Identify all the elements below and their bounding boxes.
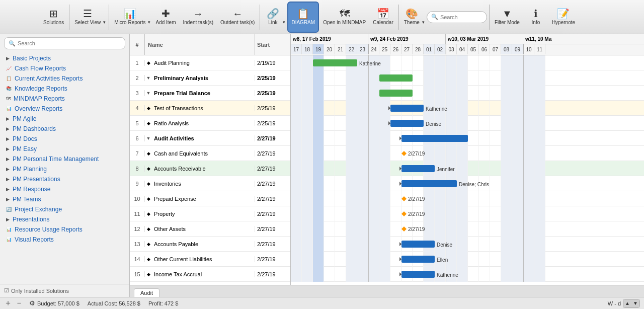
sidebar-item-label: PM Presentations <box>13 176 60 183</box>
svg-text:Ellen: Ellen <box>437 257 448 263</box>
calendar-button[interactable]: 📅 Calendar <box>370 2 396 33</box>
budget-value: Budget: 57,000 $ <box>37 300 79 306</box>
view-stepper[interactable]: ▲ ▼ <box>623 299 640 308</box>
sidebar-item-pm-presentations[interactable]: ▶ PM Presentations <box>0 174 129 184</box>
sidebar-item-pm-agile[interactable]: ▶ PM Agile <box>0 114 129 124</box>
sidebar-item-label: MINDMAP Reports <box>14 95 65 102</box>
day-05: 05 <box>468 44 479 54</box>
sidebar-item-label: Cash Flow Reports <box>15 65 66 72</box>
link-button[interactable]: 🔗 Link <box>262 2 286 33</box>
cell-name[interactable]: Income Tax Accrual <box>152 271 255 277</box>
sidebar-item-resource-usage[interactable]: 📊 Resource Usage Reports <box>0 224 129 235</box>
cell-start: 2/25/19 <box>255 105 290 111</box>
cell-name[interactable]: Audit Planning <box>152 60 255 66</box>
sidebar-item-basic-projects[interactable]: ▶ Basic Projects <box>0 53 129 63</box>
cell-num: 5 <box>130 120 145 126</box>
open-mindmap-button[interactable]: 🗺 Open in MINDMAP <box>320 2 369 33</box>
col-start-header: Start <box>255 34 290 55</box>
expand-cell: ◆ <box>145 226 152 231</box>
search-bar[interactable]: 🔍 <box>427 11 487 23</box>
sidebar-item-label: Basic Projects <box>13 55 51 62</box>
cell-name[interactable]: Prepare Trial Balance <box>152 90 255 96</box>
sidebar-item-pm-docs[interactable]: ▶ PM Docs <box>0 134 129 144</box>
cell-name[interactable]: Inventories <box>152 181 255 187</box>
sidebar-item-cash-flow[interactable]: 📈 Cash Flow Reports <box>0 63 129 73</box>
week-label-4: w11, 10 Ma <box>523 34 644 44</box>
cell-start: 2/27/19 <box>255 135 290 141</box>
remove-button[interactable]: － <box>15 298 23 308</box>
solutions-icon: ⊞ <box>49 9 58 19</box>
gantt-chart: KatherineKatherineDenise2/27/19JenniferD… <box>291 55 644 285</box>
sidebar-item-overview-reports[interactable]: 📊 Overview Reports <box>0 104 129 114</box>
sidebar-search-input[interactable] <box>18 40 121 46</box>
info-button[interactable]: ℹ Info <box>524 2 548 33</box>
sidebar-item-visual-reports[interactable]: 📊 Visual Reports <box>0 235 129 245</box>
cell-name[interactable]: Test of Transactions <box>152 105 255 111</box>
outdent-tasks-button[interactable]: ← Outdent task(s) <box>217 2 258 33</box>
diagram-button[interactable]: 📋 DIAGRAM <box>287 2 319 33</box>
sidebar-item-pm-easy[interactable]: ▶ PM Easy <box>0 144 129 154</box>
add-item-button[interactable]: ✚ Add Item <box>152 2 179 33</box>
cell-name[interactable]: Audit Activities <box>152 135 255 141</box>
sidebar-item-presentations[interactable]: ▶ Presentations <box>0 214 129 224</box>
expand-cell: ◆ <box>145 257 152 262</box>
solutions-button[interactable]: ⊞ Solutions <box>40 2 67 33</box>
svg-text:Jennifer: Jennifer <box>437 167 455 172</box>
sidebar-footer[interactable]: ☑ Only Installed Solutions <box>0 284 129 297</box>
cell-name[interactable]: Ratio Analysis <box>152 120 255 126</box>
tab-audit[interactable]: Audit <box>134 288 159 297</box>
cell-name[interactable]: Accounts Receivable <box>152 166 255 172</box>
status-right: W - d ▲ ▼ <box>608 299 640 308</box>
cell-name[interactable]: Preliminary Analysis <box>152 75 255 81</box>
table-row: 14 ◆ Other Current Liabilities 2/27/19 <box>130 252 290 267</box>
add-button[interactable]: ＋ <box>4 298 12 308</box>
indent-tasks-label: Indent task(s) <box>183 20 214 25</box>
day-27: 27 <box>401 44 413 54</box>
theme-button[interactable]: 🎨 Theme <box>401 2 426 33</box>
week-label-2: w9, 24 Feb 2019 <box>368 34 446 44</box>
sidebar-item-pm-dashboards[interactable]: ▶ PM Dashboards <box>0 124 129 134</box>
expand-cell: ◆ <box>145 106 152 111</box>
sidebar-item-pm-planning[interactable]: ▶ PM Planning <box>0 164 129 174</box>
cell-name[interactable]: Other Current Liabilities <box>152 256 255 262</box>
day-06: 06 <box>479 44 490 54</box>
cell-name[interactable]: Accounts Payable <box>152 241 255 247</box>
cell-name[interactable]: Prepaid Expense <box>152 196 255 202</box>
cell-num: 12 <box>130 226 145 232</box>
svg-rect-2 <box>379 74 413 82</box>
sidebar-item-mindmap-reports[interactable]: 🗺 MINDMAP Reports <box>0 94 129 104</box>
cell-name[interactable]: Other Assets <box>152 226 255 232</box>
arrow-icon-9: ▶ <box>6 187 10 192</box>
sidebar-item-project-exchange[interactable]: 🔄 Project Exchange <box>0 204 129 214</box>
hypernote-button[interactable]: 📝 Hypernote <box>549 2 578 33</box>
search-input[interactable] <box>440 14 486 20</box>
micro-reports-button[interactable]: 📊 Micro Reports <box>111 2 151 33</box>
day-22: 22 <box>346 44 357 54</box>
svg-rect-27 <box>401 241 435 248</box>
cell-name[interactable]: Cash and Equivalents <box>152 150 255 157</box>
day-01: 01 <box>424 44 435 54</box>
select-view-button[interactable]: ☰ Select View <box>71 2 107 33</box>
arrow-icon-8: ▶ <box>6 177 10 182</box>
filter-mode-button[interactable]: ▼ Filter Mode <box>492 2 523 33</box>
sidebar-item-pm-personal[interactable]: ▶ PM Personal Time Management <box>0 154 129 164</box>
cell-start: 2/27/19 <box>255 241 290 247</box>
add-item-label: Add Item <box>155 20 176 25</box>
sidebar-item-current-activities[interactable]: 📋 Current Activities Reports <box>0 73 129 84</box>
cell-name[interactable]: Property <box>152 211 255 217</box>
arrow-icon-4: ▶ <box>6 136 10 141</box>
sidebar-item-knowledge-reports[interactable]: 📚 Knowledge Reports <box>0 84 129 94</box>
svg-text:2/27/19: 2/27/19 <box>408 226 425 232</box>
chart-icon: 📈 <box>6 66 12 71</box>
expand-cell: ◆ <box>145 60 152 65</box>
status-left: ＋ － ⚙ Budget: 57,000 $ <box>4 298 79 308</box>
sidebar-search[interactable]: 🔍 <box>4 37 125 49</box>
table-row: 15 ◆ Income Tax Accrual 2/27/19 <box>130 267 290 282</box>
indent-tasks-button[interactable]: → Indent task(s) <box>180 2 217 33</box>
stepper-up[interactable]: ▲ <box>623 299 631 307</box>
stepper-down[interactable]: ▼ <box>631 299 639 307</box>
day-25: 25 <box>379 44 390 54</box>
link-icon: 🔗 <box>267 9 279 19</box>
sidebar-item-pm-teams[interactable]: ▶ PM Teams <box>0 194 129 204</box>
sidebar-item-pm-response[interactable]: ▶ PM Response <box>0 184 129 194</box>
